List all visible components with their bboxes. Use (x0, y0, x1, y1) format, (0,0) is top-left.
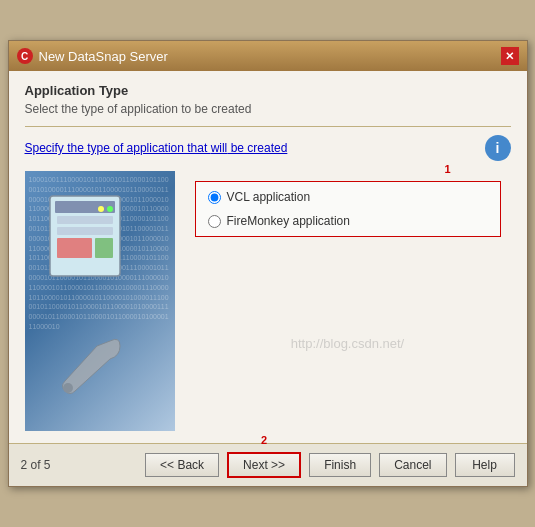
divider-1 (25, 126, 511, 127)
help-button[interactable]: Help (455, 453, 515, 477)
info-text-after: be created (227, 141, 287, 155)
firemonkey-label: FireMonkey application (227, 214, 350, 228)
page-info: 2 of 5 (21, 458, 51, 472)
title-bar-left: C New DataSnap Server (17, 48, 168, 64)
watermark: http://blog.csdn.net/ (185, 336, 511, 351)
option-box: VCL application FireMonkey application (195, 181, 501, 237)
firemonkey-radio[interactable] (208, 215, 221, 228)
info-text-highlight: will (211, 141, 228, 155)
next-number-label: 2 (261, 434, 267, 446)
section-subtitle: Select the type of application to be cre… (25, 102, 511, 116)
svg-rect-2 (57, 216, 113, 224)
server-icon (45, 191, 125, 281)
image-panel: 1000100111000010110000101100001011000010… (25, 171, 175, 431)
svg-rect-5 (95, 238, 113, 258)
info-button[interactable]: i (485, 135, 511, 161)
svg-point-6 (107, 206, 113, 212)
window-title: New DataSnap Server (39, 49, 168, 64)
info-text: Specify the type of application that wil… (25, 141, 288, 155)
next-button[interactable]: Next >> (227, 452, 301, 478)
section-title: Application Type (25, 83, 511, 98)
finish-button[interactable]: Finish (309, 453, 371, 477)
svg-rect-1 (55, 201, 115, 213)
app-icon: C (17, 48, 33, 64)
close-button[interactable]: ✕ (501, 47, 519, 65)
main-area: 1000100111000010110000101100001011000010… (25, 171, 511, 431)
firemonkey-option[interactable]: FireMonkey application (208, 214, 488, 228)
svg-rect-3 (57, 227, 113, 235)
footer: 2 of 5 << Back 2 Next >> Finish Cancel H… (9, 443, 527, 486)
footer-buttons: 2 of 5 << Back 2 Next >> Finish Cancel H… (21, 452, 515, 478)
options-panel: 1 VCL application FireMonkey application… (185, 171, 511, 431)
vcl-label: VCL application (227, 190, 311, 204)
svg-point-8 (63, 383, 73, 393)
wrench-icon (55, 331, 125, 401)
vcl-radio[interactable] (208, 191, 221, 204)
vcl-option[interactable]: VCL application (208, 190, 488, 204)
info-text-before: Specify the type of application that (25, 141, 211, 155)
title-bar: C New DataSnap Server ✕ (9, 41, 527, 71)
back-button[interactable]: << Back (145, 453, 219, 477)
cancel-button[interactable]: Cancel (379, 453, 446, 477)
next-btn-wrapper: 2 Next >> (227, 452, 301, 478)
svg-point-7 (98, 206, 104, 212)
option-number-label: 1 (444, 163, 450, 175)
svg-rect-4 (57, 238, 92, 258)
content-area: Application Type Select the type of appl… (9, 71, 527, 443)
info-row: Specify the type of application that wil… (25, 135, 511, 161)
main-window: C New DataSnap Server ✕ Application Type… (8, 40, 528, 487)
